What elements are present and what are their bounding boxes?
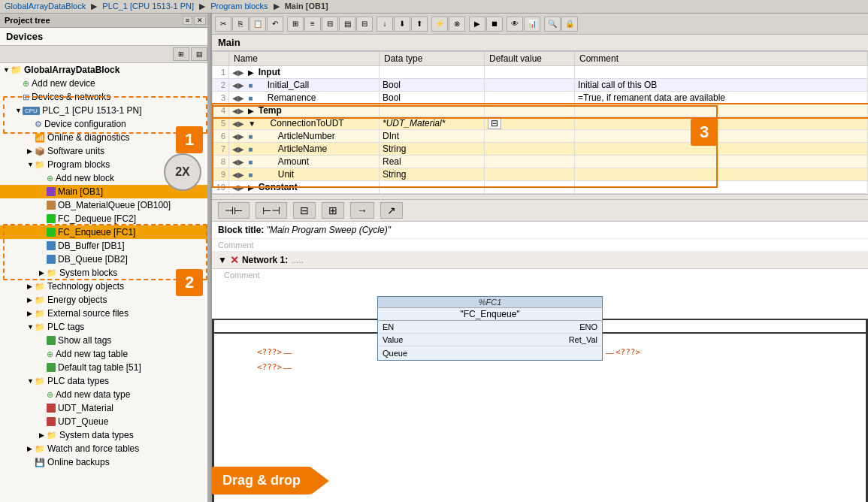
table-row[interactable]: 3 ◀▶ ■ Remanence Bool =True, if remanent… xyxy=(213,92,868,104)
param-retval-right: — <???> xyxy=(606,347,640,357)
sidebar-toolbar: ⊞ ▤ xyxy=(0,46,210,63)
lad-tb-btn5[interactable]: → xyxy=(350,202,374,219)
sidebar-item-external-sources[interactable]: ▶ 📁 External source files xyxy=(0,307,210,320)
network-header: ▼ ✕ Network 1: ..... xyxy=(212,252,868,269)
tb-go-online[interactable]: ⚡ xyxy=(431,17,448,32)
sidebar-item-add-device[interactable]: ⊕ Add new device xyxy=(0,77,210,90)
lad-tb-btn2[interactable]: ⊢⊣ xyxy=(256,202,287,219)
table-row[interactable]: 7 ◀▶ ■ ArticleName String xyxy=(213,143,868,156)
sidebar-item-plc-tags[interactable]: ▼ 📁 PLC tags xyxy=(0,320,210,334)
sidebar-item-add-tag-table[interactable]: ⊕ Add new tag table xyxy=(0,347,210,361)
lad-tb-btn6[interactable]: ↗ xyxy=(380,202,403,219)
sidebar-item-ob-material[interactable]: OB_MaterialQueue [OB100] xyxy=(0,198,210,212)
table-row[interactable]: 10 ◀▶ ▶ Constant xyxy=(213,181,868,194)
param-queue-label: <???> xyxy=(257,362,282,372)
tb-btn7[interactable]: ⊟ xyxy=(322,17,338,32)
param-queue-left: <???> — xyxy=(257,362,292,372)
tb-monitor[interactable]: 📊 xyxy=(524,17,540,32)
table-row[interactable]: 1 ◀▶ ▶ Input xyxy=(213,66,868,79)
tree-root[interactable]: ▼ 📁 GlobalArrayDataBlock xyxy=(0,63,210,77)
lad-tb-btn4[interactable]: ⊞ xyxy=(322,202,344,219)
lad-tb-btn1[interactable]: ⊣⊢ xyxy=(218,202,250,219)
sidebar-item-fc-dequeue[interactable]: FC_Dequeue [FC2] xyxy=(0,212,210,225)
block-title-row: Block title: "Main Program Sweep (Cycle)… xyxy=(212,222,868,239)
param-arrow-queue: — xyxy=(283,363,292,372)
block-title-value: "Main Program Sweep (Cycle)" xyxy=(267,225,391,235)
sidebar-item-system-data[interactable]: ▶ 📁 System data types xyxy=(0,428,210,442)
sidebar-item-add-data-type[interactable]: ⊕ Add new data type xyxy=(0,388,210,401)
col-datatype: Data type xyxy=(380,52,485,66)
tb-paste[interactable]: 📋 xyxy=(250,17,266,32)
drag-drop-arrow xyxy=(311,467,329,494)
fc-name: "FC_Enqueue" xyxy=(378,308,602,321)
tb-run[interactable]: ▶ xyxy=(469,17,485,32)
tb-btn6[interactable]: ≡ xyxy=(304,17,321,32)
data-table-container: Name Data type Default value Comment 1 ◀… xyxy=(212,51,868,194)
pin-retval: Ret_Val xyxy=(569,335,597,344)
lad-tb-btn3[interactable]: ⊟ xyxy=(293,202,316,219)
sidebar-item-db1[interactable]: DB_Buffer [DB1] xyxy=(0,239,210,253)
sidebar: Project tree ≡ ✕ Devices ⊞ ▤ ▼ 📁 GlobalA… xyxy=(0,14,212,502)
breadcrumb-arrow2: ▶ xyxy=(199,2,205,11)
sidebar-menu-btn[interactable]: ≡ xyxy=(183,16,192,25)
sidebar-item-db2[interactable]: DB_Queue [DB2] xyxy=(0,253,210,266)
tb-lock[interactable]: 🔒 xyxy=(561,17,578,32)
tb-btn10[interactable]: ↓ xyxy=(377,17,393,32)
sidebar-item-show-tags[interactable]: Show all tags xyxy=(0,334,210,347)
sidebar-item-fc-enqueue[interactable]: FC_Enqueue [FC1] xyxy=(0,225,210,239)
sidebar-item-online-backups[interactable]: 💾 Online backups xyxy=(0,455,210,469)
pin-value: Value xyxy=(383,335,403,344)
wire-eno-right xyxy=(603,332,866,334)
tb-copy[interactable]: ⎘ xyxy=(232,17,249,32)
pin-queue: Queue xyxy=(383,349,407,358)
network-collapse-arrow[interactable]: ▼ xyxy=(218,255,227,265)
table-row[interactable]: 2 ◀▶ ■ Initial_Call Bool Initial call of… xyxy=(213,79,868,92)
tb-go-offline[interactable]: ⊗ xyxy=(449,17,465,32)
sidebar-resize-handle[interactable] xyxy=(207,14,210,502)
sidebar-item-udt-material[interactable]: UDT_Material xyxy=(0,401,210,415)
table-row[interactable]: 9 ◀▶ ■ Unit String xyxy=(213,168,868,181)
data-table: Name Data type Default value Comment 1 ◀… xyxy=(212,51,868,194)
tb-watch[interactable]: 👁 xyxy=(507,17,523,32)
content-toolbar: ✂ ⎘ 📋 ↶ ⊞ ≡ ⊟ ▤ ⊟ ↓ ⬇ ⬆ ⚡ ⊗ ▶ ⏹ 👁 📊 🔍 🔒 xyxy=(212,14,868,35)
table-row[interactable]: 6 ◀▶ ■ ArticleNumber DInt xyxy=(213,130,868,143)
lad-canvas: %FC1 "FC_Enqueue" EN ENO Value Ret_Val xyxy=(212,281,868,502)
tb-stop[interactable]: ⏹ xyxy=(486,17,503,32)
sidebar-item-udt-queue[interactable]: UDT_Queue xyxy=(0,415,210,428)
param-value-label: <???> xyxy=(257,347,282,357)
content-title: Main xyxy=(212,35,868,51)
table-row[interactable]: 5 ◀▶ ▼ ConnectionToUDT *UDT_Material* ⊟ xyxy=(213,117,868,130)
sidebar-item-plc-data-types[interactable]: ▼ 📁 PLC data types xyxy=(0,374,210,388)
sidebar-item-plc1[interactable]: ▼ CPU PLC_1 [CPU 1513-1 PN] xyxy=(0,104,210,117)
tb-btn5[interactable]: ⊞ xyxy=(287,17,304,32)
sidebar-item-default-tag[interactable]: Default tag table [51] xyxy=(0,361,210,374)
table-scroll-area xyxy=(212,194,868,200)
breadcrumb-arrow: ▶ xyxy=(91,2,97,11)
fc-pin-queue: Queue xyxy=(378,346,602,360)
col-default: Default value xyxy=(485,52,575,66)
param-arrow-value: — xyxy=(283,348,292,357)
tb-btn12[interactable]: ⬆ xyxy=(411,17,428,32)
lad-toolbar: ⊣⊢ ⊢⊣ ⊟ ⊞ → ↗ xyxy=(212,200,868,222)
fc-block: %FC1 "FC_Enqueue" EN ENO Value Ret_Val xyxy=(377,296,603,361)
breadcrumb: GlobalArrayDataBlock ▶ PLC_1 [CPU 1513-1… xyxy=(5,2,328,11)
sidebar-view-btn1[interactable]: ⊞ xyxy=(173,47,189,61)
network-comment-row: Comment xyxy=(212,269,868,281)
col-name: Name xyxy=(229,52,380,66)
tb-btn4[interactable]: ↶ xyxy=(267,17,283,32)
pin-eno: ENO xyxy=(579,322,597,331)
badge-1: 1 xyxy=(176,126,203,153)
tb-btn8[interactable]: ▤ xyxy=(339,17,355,32)
tb-search[interactable]: 🔍 xyxy=(544,17,561,32)
sidebar-view-btn2[interactable]: ▤ xyxy=(191,47,207,61)
tb-btn9[interactable]: ⊟ xyxy=(356,17,373,32)
devices-tab[interactable]: Devices xyxy=(0,28,210,46)
tb-btn11[interactable]: ⬇ xyxy=(394,17,410,32)
table-row[interactable]: 8 ◀▶ ■ Amount Real xyxy=(213,156,868,168)
sidebar-close-btn[interactable]: ✕ xyxy=(194,16,206,25)
table-row[interactable]: 4 ◀▶ ▶ Temp xyxy=(213,104,868,117)
wire-en-left xyxy=(214,332,377,334)
sidebar-item-devices-networks[interactable]: ⊞ Devices & networks xyxy=(0,90,210,104)
sidebar-item-watch-force[interactable]: ▶ 📁 Watch and force tables xyxy=(0,442,210,455)
tb-cut[interactable]: ✂ xyxy=(215,17,231,32)
